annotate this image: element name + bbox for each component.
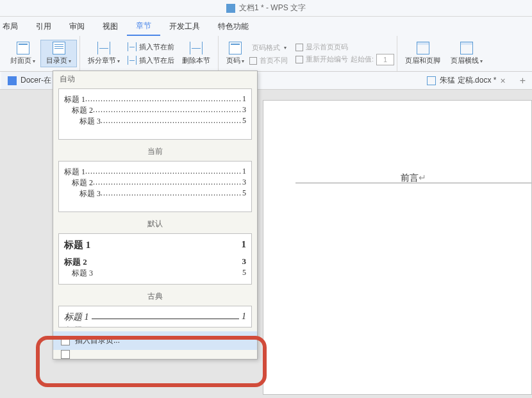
header-footer-icon	[417, 42, 429, 54]
insert-section-after-button[interactable]: 插入节在后	[125, 54, 177, 67]
title-text: 文档1 * - WPS 文字	[239, 3, 306, 13]
section-current-label: 当前	[53, 144, 257, 160]
insert-after-icon	[128, 56, 137, 65]
section-default-label: 默认	[53, 216, 257, 232]
document-page[interactable]: 前言↵	[263, 100, 532, 395]
page-number-format-button[interactable]: 页码格式▾	[249, 42, 289, 54]
delete-toc-icon	[61, 350, 70, 359]
toc-preview-default[interactable]: 标题 11 标题 23 标题 35	[58, 233, 252, 285]
menu-bar: 布局 引用 审阅 视图 章节 开发工具 特色功能	[0, 17, 532, 36]
section-auto-label: 自动	[53, 71, 257, 87]
delete-toc-command[interactable]	[53, 350, 257, 359]
menu-references[interactable]: 引用	[27, 17, 60, 36]
insert-toc-icon	[61, 336, 70, 345]
start-value-label: 起始值:	[351, 54, 374, 64]
title-bar: 文档1 * - WPS 文字	[0, 0, 532, 17]
cover-page-icon	[17, 42, 29, 54]
app-icon	[226, 4, 235, 13]
delete-section-button[interactable]: 删除本节	[177, 40, 215, 67]
menu-review[interactable]: 审阅	[60, 17, 94, 36]
menu-view[interactable]: 视图	[94, 17, 127, 36]
toc-preview-current[interactable]: 标题 1....................................…	[58, 161, 252, 212]
header-line-icon	[460, 42, 473, 54]
page-number-button[interactable]: 页码▾	[221, 40, 249, 67]
toc-dropdown-panel: 自动 标题 1.................................…	[53, 70, 258, 360]
menu-devtools[interactable]: 开发工具	[160, 17, 209, 36]
chevron-down-icon: ▾	[480, 58, 483, 64]
delete-section-icon	[190, 42, 203, 54]
toc-icon	[53, 42, 65, 54]
header-footer-button[interactable]: 页眉和页脚	[400, 40, 445, 67]
insert-before-icon	[128, 42, 137, 51]
restart-numbering-checkbox[interactable]: 重新开始编号	[295, 54, 348, 64]
ribbon: 封面页▾ 目录页▾ 拆分章节▾ 插入节在前 插入节在后 删除本节	[0, 36, 532, 72]
show-first-page-number-checkbox[interactable]: 显示首页页码	[295, 42, 394, 52]
split-section-icon	[97, 42, 110, 54]
toc-page-button[interactable]: 目录页▾	[40, 40, 77, 67]
menu-layout[interactable]: 布局	[0, 17, 27, 36]
section-classic-label: 古典	[53, 288, 257, 304]
header-line-button[interactable]: 页眉横线▾	[445, 40, 488, 67]
toc-preview-classic[interactable]: 标题 1________________________________1 标题…	[58, 306, 252, 328]
cover-page-button[interactable]: 封面页▾	[5, 40, 40, 67]
docer-tab[interactable]: Docer-在	[1, 72, 58, 89]
split-section-button[interactable]: 拆分章节▾	[83, 40, 125, 67]
menu-features[interactable]: 特色功能	[209, 17, 258, 36]
start-value-input[interactable]: 1	[376, 54, 394, 65]
close-icon[interactable]: ×	[500, 76, 505, 86]
add-tab-button[interactable]: +	[513, 72, 532, 89]
chevron-down-icon: ▾	[117, 58, 120, 64]
page-number-icon	[229, 42, 242, 54]
first-page-different-checkbox[interactable]: 首页不同	[249, 56, 288, 65]
docer-icon	[8, 76, 17, 85]
chevron-down-icon: ▾	[284, 45, 287, 51]
toc-preview-auto[interactable]: 标题 1....................................…	[58, 88, 252, 140]
chevron-down-icon: ▾	[242, 58, 244, 64]
menu-section[interactable]: 章节	[127, 17, 160, 36]
header-divider	[295, 183, 531, 183]
doc-icon	[427, 76, 436, 85]
chevron-down-icon: ▾	[69, 58, 71, 64]
insert-section-before-button[interactable]: 插入节在前	[125, 41, 177, 53]
insert-toc-command[interactable]: 插入目录页...	[53, 331, 257, 350]
document-tab[interactable]: 朱猛 定稿.docx * ×	[420, 72, 511, 89]
chevron-down-icon: ▾	[33, 58, 35, 64]
